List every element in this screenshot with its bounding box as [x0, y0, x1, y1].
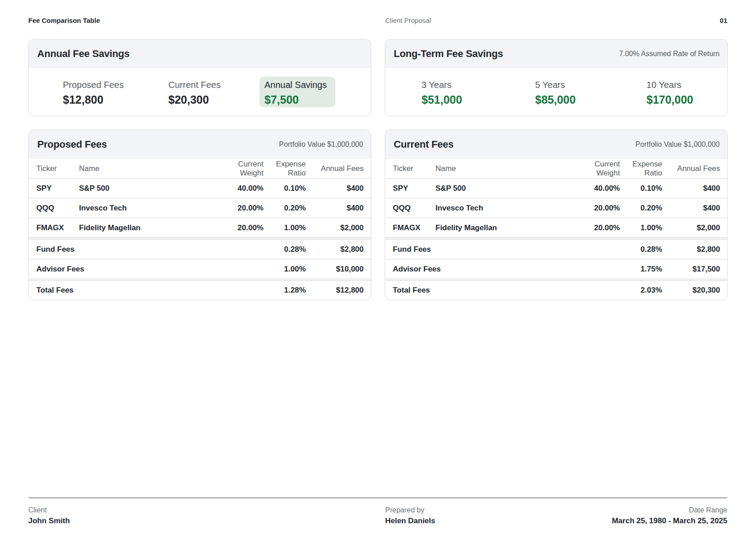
page-number: 01 [720, 16, 727, 25]
fees-cell: $400 [662, 184, 720, 193]
col-header-expense-ratio: Expense Ratio [620, 160, 662, 178]
name-cell: Invesco Tech [435, 204, 566, 213]
stat-current-fees-label: Current Fees [168, 79, 221, 91]
holding-row-spy: SPY S&P 500 40.00% 0.10% $400 [385, 179, 727, 198]
col-header-current-weight: Current Weight [566, 160, 620, 178]
ratio-cell: 0.20% [620, 204, 662, 213]
weight-cell: 40.00% [210, 184, 264, 193]
date-range-value: March 25, 1980 - March 25, 2025 [612, 516, 727, 526]
footer-date-range: Date Range March 25, 1980 - March 25, 20… [612, 505, 727, 526]
summary-label: Advisor Fees [36, 265, 264, 274]
doc-subtitle: Client Proposal [385, 16, 431, 25]
holding-row-fmagx: FMAGX Fidelity Magellan 20.00% 1.00% $2,… [29, 218, 371, 238]
name-cell: S&P 500 [435, 184, 566, 193]
weight-cell: 20.00% [210, 223, 264, 232]
col-header-expense-ratio: Expense Ratio [264, 160, 306, 178]
holding-row-spy: SPY S&P 500 40.00% 0.10% $400 [29, 179, 371, 198]
current-fees-title: Current Fees [394, 139, 453, 150]
col-header-name: Name [435, 164, 566, 173]
stat-proposed-fees-value: $12,800 [63, 92, 124, 107]
current-fees-card: Current Fees Portfolio Value $1,000,000 … [385, 130, 728, 300]
holding-row-fmagx: FMAGX Fidelity Magellan 20.00% 1.00% $2,… [385, 218, 727, 238]
stat-current-fees: Current Fees $20,300 [168, 79, 221, 107]
col-header-name: Name [79, 164, 210, 173]
ratio-cell: 0.10% [264, 184, 306, 193]
col-header-annual-fees: Annual Fees [306, 164, 364, 173]
annual-fee-savings-title: Annual Fee Savings [37, 48, 129, 60]
col-header-annual-fees: Annual Fees [662, 164, 720, 173]
long-term-fee-savings-title: Long-Term Fee Savings [394, 48, 503, 60]
summary-label: Advisor Fees [393, 265, 620, 274]
assumed-rate-note: 7.00% Assumed Rate of Return [619, 50, 720, 58]
summary-label: Fund Fees [36, 245, 264, 254]
proposed-column-headers: Ticker Name Current Weight Expense Ratio… [29, 159, 371, 179]
weight-cell: 20.00% [566, 223, 620, 232]
summary-fees: $2,800 [306, 245, 364, 254]
stat-3-years-value: $51,000 [422, 92, 462, 107]
name-cell: S&P 500 [79, 184, 210, 193]
ticker-cell: SPY [393, 184, 435, 193]
weight-cell: 20.00% [566, 204, 620, 213]
stat-annual-savings-label: Annual Savings [264, 79, 335, 91]
weight-cell: 40.00% [566, 184, 620, 193]
ticker-cell: SPY [36, 184, 79, 193]
summary-label: Fund Fees [393, 245, 620, 254]
long-term-fee-savings-card: Long-Term Fee Savings 7.00% Assumed Rate… [385, 39, 728, 116]
summary-ratio: 0.28% [264, 245, 306, 254]
fees-cell: $2,000 [662, 223, 720, 232]
proposed-fees-title: Proposed Fees [37, 139, 107, 150]
annual-fee-savings-card: Annual Fee Savings Proposed Fees $12,800… [28, 39, 371, 116]
stat-proposed-fees-label: Proposed Fees [63, 79, 124, 91]
stat-3-years: 3 Years $51,000 [422, 79, 462, 107]
holding-row-qqq: QQQ Invesco Tech 20.00% 0.20% $400 [29, 198, 371, 218]
summary-fees: $10,000 [306, 265, 364, 274]
stat-5-years: 5 Years $85,000 [535, 79, 576, 107]
advisor-fees-row: Advisor Fees 1.75% $17,500 [385, 259, 727, 279]
name-cell: Invesco Tech [79, 204, 210, 213]
footer-client: Client John Smith [28, 505, 70, 526]
ticker-cell: FMAGX [36, 223, 79, 232]
fees-cell: $400 [306, 184, 364, 193]
stat-annual-savings: Annual Savings $7,500 [259, 77, 335, 107]
ratio-cell: 0.10% [620, 184, 662, 193]
total-label: Total Fees [36, 286, 264, 295]
total-fees-row: Total Fees 1.28% $12,800 [29, 281, 371, 300]
holding-row-qqq: QQQ Invesco Tech 20.00% 0.20% $400 [385, 198, 727, 218]
stat-10-years-value: $170,000 [646, 92, 693, 107]
annual-fee-savings-card-header: Annual Fee Savings [29, 39, 371, 68]
prepared-by-label: Prepared by [385, 505, 435, 515]
stat-5-years-label: 5 Years [535, 79, 576, 91]
stat-5-years-value: $85,000 [535, 92, 576, 107]
stat-10-years: 10 Years $170,000 [646, 79, 693, 107]
weight-cell: 20.00% [210, 204, 264, 213]
current-portfolio-value: Portfolio Value $1,000,000 [636, 140, 720, 149]
advisor-fees-row: Advisor Fees 1.00% $10,000 [29, 259, 371, 279]
doc-title: Fee Comparison Table [28, 16, 100, 25]
footer-prepared-by: Prepared by Helen Daniels [385, 505, 435, 526]
summary-fees: $2,800 [662, 245, 720, 254]
date-range-label: Date Range [612, 505, 727, 515]
col-header-current-weight: Current Weight [210, 160, 264, 178]
ratio-cell: 0.20% [264, 204, 306, 213]
prepared-by-name: Helen Daniels [385, 516, 435, 526]
stat-annual-savings-value: $7,500 [264, 92, 335, 107]
ticker-cell: QQQ [393, 204, 435, 213]
client-label: Client [28, 505, 70, 515]
col-header-ticker: Ticker [393, 164, 435, 173]
client-name: John Smith [28, 516, 70, 526]
stat-current-fees-value: $20,300 [168, 92, 221, 107]
current-column-headers: Ticker Name Current Weight Expense Ratio… [385, 159, 727, 179]
fees-cell: $400 [662, 204, 720, 213]
total-ratio: 1.28% [264, 286, 306, 295]
summary-fees: $17,500 [662, 265, 720, 274]
summary-ratio: 1.75% [620, 265, 662, 274]
fees-cell: $400 [306, 204, 364, 213]
stat-proposed-fees: Proposed Fees $12,800 [63, 79, 124, 107]
col-header-ticker: Ticker [36, 164, 79, 173]
current-fees-card-header: Current Fees Portfolio Value $1,000,000 [385, 130, 727, 159]
fund-fees-row: Fund Fees 0.28% $2,800 [29, 240, 371, 259]
ratio-cell: 1.00% [620, 223, 662, 232]
summary-ratio: 0.28% [620, 245, 662, 254]
long-term-fee-savings-card-header: Long-Term Fee Savings 7.00% Assumed Rate… [385, 39, 727, 68]
ratio-cell: 1.00% [264, 223, 306, 232]
